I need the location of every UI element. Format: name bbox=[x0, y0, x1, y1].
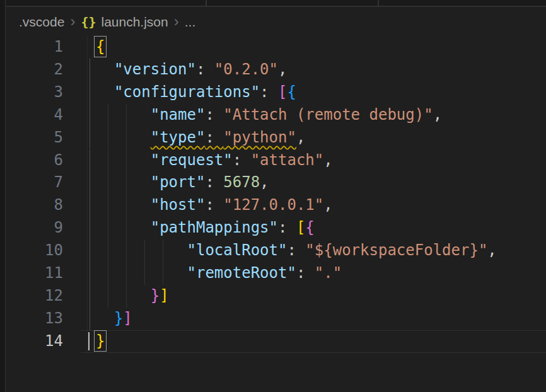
line-number[interactable]: 7 bbox=[13, 171, 63, 194]
code-token: , bbox=[296, 129, 305, 146]
indent-spaces bbox=[96, 129, 151, 146]
json-braces-icon: {} bbox=[81, 14, 96, 30]
line-number[interactable]: 14 bbox=[13, 330, 63, 353]
line-number[interactable]: 8 bbox=[13, 194, 63, 217]
code-token: "Attach (remote debug)" bbox=[223, 106, 433, 124]
code-token: "name" bbox=[151, 106, 206, 124]
code-token: "localRoot" bbox=[187, 241, 288, 259]
code-token: , bbox=[260, 173, 269, 191]
indent-spaces bbox=[96, 151, 151, 169]
tab-bar[interactable] bbox=[6, 0, 546, 7]
code-token: "configurations" bbox=[114, 83, 260, 101]
code-line[interactable]: "name": "Attach (remote debug)", bbox=[96, 104, 442, 127]
code-line[interactable]: "pathMappings": [{ bbox=[96, 217, 315, 239]
tab-separator bbox=[378, 0, 379, 7]
line-number[interactable]: 2 bbox=[13, 59, 63, 81]
text-cursor bbox=[88, 332, 90, 350]
code-line[interactable]: "port": 5678, bbox=[96, 171, 269, 194]
indent-spaces bbox=[96, 219, 151, 236]
code-token: "version" bbox=[114, 61, 196, 78]
indent-guide bbox=[90, 194, 90, 217]
current-line-highlight bbox=[81, 330, 546, 353]
line-number[interactable]: 9 bbox=[13, 217, 63, 239]
line-number[interactable]: 10 bbox=[13, 239, 63, 262]
code-token: "request" bbox=[151, 151, 233, 169]
indent-spaces bbox=[96, 83, 114, 101]
indent-guide bbox=[90, 262, 90, 285]
indent-guide bbox=[90, 217, 90, 239]
code-token: "host" bbox=[151, 196, 206, 214]
code-token: { bbox=[287, 83, 296, 101]
code-line[interactable]: { bbox=[96, 36, 105, 59]
line-number[interactable]: 11 bbox=[13, 262, 63, 285]
code-line[interactable]: "localRoot": "${workspaceFolder}", bbox=[96, 239, 497, 262]
code-line[interactable]: "host": "127.0.0.1", bbox=[96, 194, 333, 217]
editor-pane[interactable]: 1{2 "version": "0.2.0",3 "configurations… bbox=[6, 36, 546, 392]
code-token: 5678 bbox=[223, 173, 260, 191]
line-number[interactable]: 6 bbox=[13, 149, 63, 172]
code-line[interactable]: "request": "attach", bbox=[96, 149, 333, 172]
indent-spaces bbox=[96, 173, 151, 191]
indent-spaces bbox=[96, 264, 187, 282]
code-token: : bbox=[278, 219, 296, 236]
chevron-right-icon: › bbox=[70, 13, 75, 30]
indent-guide bbox=[90, 104, 90, 127]
breadcrumb-file[interactable]: launch.json bbox=[101, 14, 168, 30]
breadcrumb-folder[interactable]: .vscode bbox=[19, 14, 64, 30]
breadcrumb: .vscode › {} launch.json › ... bbox=[6, 8, 546, 36]
line-number[interactable]: 13 bbox=[13, 308, 63, 330]
code-line[interactable]: "configurations": [{ bbox=[96, 81, 296, 104]
code-token: , bbox=[433, 106, 442, 124]
indent-guide bbox=[90, 127, 90, 149]
code-token: "0.2.0" bbox=[214, 61, 278, 78]
code-token: "python" bbox=[223, 129, 296, 146]
code-token: : bbox=[196, 61, 214, 78]
code-line[interactable]: "version": "0.2.0", bbox=[96, 59, 287, 81]
code-token: : bbox=[205, 173, 223, 191]
code-token: ] bbox=[123, 309, 132, 327]
code-line[interactable]: "remoteRoot": "." bbox=[96, 262, 342, 285]
code-line[interactable]: }] bbox=[96, 308, 132, 330]
gutter-border bbox=[87, 36, 88, 353]
code-line[interactable]: }] bbox=[96, 285, 169, 308]
breadcrumb-overflow[interactable]: ... bbox=[185, 14, 196, 30]
indent-guide bbox=[90, 285, 90, 308]
indent-spaces bbox=[96, 196, 151, 214]
code-token: : bbox=[296, 264, 315, 282]
code-token: , bbox=[278, 61, 287, 78]
code-token: , bbox=[323, 151, 332, 169]
indent-guide bbox=[90, 81, 90, 104]
code-line[interactable]: } bbox=[96, 330, 105, 353]
code-token: "attach" bbox=[251, 151, 324, 169]
chevron-right-icon: › bbox=[174, 13, 179, 30]
indent-spaces bbox=[96, 287, 151, 304]
indent-spaces bbox=[96, 241, 187, 259]
line-number[interactable]: 4 bbox=[13, 104, 63, 127]
line-number[interactable]: 3 bbox=[13, 81, 63, 104]
code-token: : bbox=[205, 196, 223, 214]
code-token: { bbox=[305, 219, 314, 236]
tab-separator bbox=[206, 0, 207, 7]
code-token: [ bbox=[278, 83, 287, 101]
indent-guide bbox=[90, 239, 90, 262]
code-token: } bbox=[96, 332, 105, 350]
line-number[interactable]: 12 bbox=[13, 285, 63, 308]
code-token: } bbox=[151, 287, 160, 304]
indent-spaces bbox=[96, 106, 151, 124]
code-token: ] bbox=[160, 287, 168, 304]
indent-guide bbox=[90, 149, 90, 172]
indent-spaces bbox=[96, 309, 114, 327]
editor-group-left-edge bbox=[0, 0, 6, 392]
code-token: "type" bbox=[151, 129, 206, 146]
line-number[interactable]: 5 bbox=[13, 127, 63, 149]
code-token: "." bbox=[315, 264, 342, 282]
code-token: "remoteRoot" bbox=[187, 264, 296, 282]
code-line[interactable]: "type": "python", bbox=[96, 127, 305, 149]
code-token: [ bbox=[296, 219, 305, 236]
code-token: : bbox=[287, 241, 305, 259]
line-number[interactable]: 1 bbox=[13, 36, 63, 59]
indent-guide bbox=[90, 308, 90, 330]
code-token: "pathMappings" bbox=[151, 219, 278, 236]
code-token: , bbox=[323, 196, 332, 214]
code-token: : bbox=[205, 106, 223, 124]
